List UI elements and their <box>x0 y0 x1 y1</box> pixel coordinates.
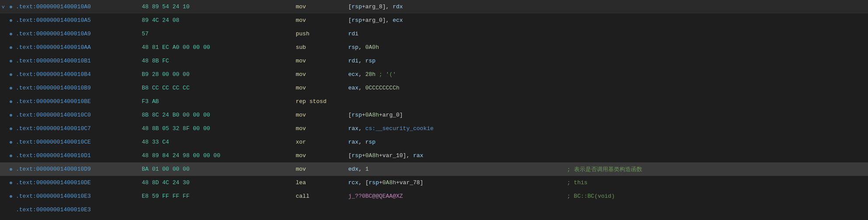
disasm-row[interactable]: .text:00000001400010E3E8 59 FF FF FFcall… <box>0 189 868 203</box>
dot-mark <box>10 166 15 172</box>
dot-mark <box>10 98 15 105</box>
dot-mark <box>10 3 15 10</box>
disasm-row[interactable]: .text:00000001400010E3 <box>0 203 868 217</box>
instruction-bytes: 48 8B FC <box>138 58 287 64</box>
dot-mark <box>10 125 15 132</box>
dot-mark <box>10 85 15 91</box>
instruction-address: .text:00000001400010B1 <box>16 58 138 64</box>
instruction-operands: rdi <box>340 31 558 37</box>
instruction-mnemonic: mov <box>287 71 340 78</box>
instruction-mnemonic: push <box>287 31 340 37</box>
instruction-operands: j_??0BC@@QEAA@XZ <box>340 193 558 199</box>
instruction-operands: eax, 0CCCCCCCCh <box>340 85 558 91</box>
dot-mark <box>10 179 15 186</box>
instruction-operands: rax, rsp <box>340 139 558 145</box>
instruction-mnemonic: call <box>287 193 340 199</box>
disasm-row[interactable]: .text:00000001400010E8C7 84 24 00 00 00 … <box>0 217 868 220</box>
disasm-row[interactable]: .text:00000001400010D9BA 01 00 00 00move… <box>0 162 868 176</box>
instruction-address: .text:00000001400010DE <box>16 179 138 186</box>
instruction-bytes: 48 89 54 24 10 <box>138 3 287 10</box>
instruction-operands: rcx, [rsp+0A8h+var_78] <box>340 179 558 186</box>
instruction-address: .text:00000001400010CE <box>16 139 138 145</box>
instruction-mnemonic: mov <box>287 166 340 172</box>
instruction-mnemonic: mov <box>287 17 340 24</box>
instruction-operands: edx, 1 <box>340 166 558 172</box>
disasm-row[interactable]: .text:00000001400010BEF3 ABrep stosd <box>0 95 868 108</box>
instruction-mnemonic: mov <box>287 152 340 159</box>
instruction-address: .text:00000001400010E3 <box>16 193 138 199</box>
instruction-bytes: B9 28 00 00 00 <box>138 71 287 78</box>
dot-mark <box>10 44 15 51</box>
instruction-address: .text:00000001400010A5 <box>16 17 138 24</box>
instruction-operands: rsp, 0A0h <box>340 44 558 51</box>
instruction-comment: ; BC::BC(void) <box>558 193 615 199</box>
instruction-mnemonic: lea <box>287 179 340 186</box>
instruction-comment: ; 表示是否调用基类构造函数 <box>558 165 642 173</box>
instruction-operands: ecx, 28h ; '(' <box>340 71 558 78</box>
instruction-bytes: B8 CC CC CC CC <box>138 85 287 91</box>
disasm-row[interactable]: .text:00000001400010DE48 8D 4C 24 30lear… <box>0 176 868 189</box>
instruction-mnemonic: mov <box>287 112 340 118</box>
instruction-bytes: 57 <box>138 31 287 37</box>
dot-mark <box>10 58 15 64</box>
instruction-address: .text:00000001400010A9 <box>16 31 138 37</box>
instruction-bytes: 8B 8C 24 B0 00 00 00 <box>138 112 287 118</box>
instruction-bytes: 48 81 EC A0 00 00 00 <box>138 44 287 51</box>
instruction-address: .text:00000001400010D1 <box>16 152 138 159</box>
disasm-row[interactable]: .text:00000001400010B9B8 CC CC CC CCmove… <box>0 81 868 95</box>
disasm-row[interactable]: v.text:00000001400010A048 89 54 24 10mov… <box>0 0 868 14</box>
disasm-row[interactable]: .text:00000001400010B4B9 28 00 00 00move… <box>0 68 868 81</box>
instruction-bytes: 48 89 84 24 98 00 00 00 <box>138 152 287 159</box>
instruction-mnemonic: mov <box>287 85 340 91</box>
instruction-operands: rdi, rsp <box>340 58 558 64</box>
instruction-mnemonic: sub <box>287 44 340 51</box>
dot-mark <box>10 71 15 78</box>
disasm-row[interactable]: .text:00000001400010D148 89 84 24 98 00 … <box>0 149 868 162</box>
instruction-bytes: BA 01 00 00 00 <box>138 166 287 172</box>
instruction-operands: [rsp+0A8h+arg_0] <box>340 112 558 118</box>
dot-mark <box>10 139 15 145</box>
instruction-bytes: 89 4C 24 08 <box>138 17 287 24</box>
instruction-mnemonic: mov <box>287 125 340 132</box>
instruction-address: .text:00000001400010B9 <box>16 85 138 91</box>
disasm-row[interactable]: .text:00000001400010C748 8B 05 32 8F 00 … <box>0 122 868 135</box>
instruction-bytes: 48 8B 05 32 8F 00 00 <box>138 125 287 132</box>
instruction-address: .text:00000001400010D9 <box>16 166 138 172</box>
instruction-bytes: 48 33 C4 <box>138 139 287 145</box>
instruction-bytes: F3 AB <box>138 98 287 105</box>
instruction-mnemonic: mov <box>287 3 340 10</box>
instruction-address: .text:00000001400010B4 <box>16 71 138 78</box>
disassembly-view: v.text:00000001400010A048 89 54 24 10mov… <box>0 0 868 220</box>
disasm-row[interactable]: .text:00000001400010B148 8B FCmovrdi, rs… <box>0 54 868 68</box>
dot-mark <box>10 31 15 37</box>
instruction-mnemonic: xor <box>287 139 340 145</box>
instruction-mnemonic: rep stosd <box>287 98 340 105</box>
instruction-address: .text:00000001400010AA <box>16 44 138 51</box>
instruction-operands: [rsp+arg_8], rdx <box>340 3 558 10</box>
disasm-row[interactable]: .text:00000001400010A589 4C 24 08mov[rsp… <box>0 14 868 27</box>
dot-mark <box>10 152 15 159</box>
dot-mark <box>10 193 15 199</box>
instruction-operands: rax, cs:__security_cookie <box>340 125 558 132</box>
disasm-row[interactable]: .text:00000001400010A957pushrdi <box>0 27 868 41</box>
instruction-operands: [rsp+arg_0], ecx <box>340 17 558 24</box>
instruction-address: .text:00000001400010C0 <box>16 112 138 118</box>
instruction-bytes: 48 8D 4C 24 30 <box>138 179 287 186</box>
fold-arrow: v <box>2 4 10 10</box>
instruction-bytes: E8 59 FF FF FF <box>138 193 287 199</box>
dot-mark <box>10 17 15 24</box>
instruction-address: .text:00000001400010BE <box>16 98 138 105</box>
dot-mark <box>10 112 15 118</box>
instruction-address: .text:00000001400010A0 <box>16 3 138 10</box>
instruction-operands: [rsp+0A8h+var_10], rax <box>340 152 558 159</box>
instruction-comment: ; this <box>558 179 588 186</box>
instruction-mnemonic: mov <box>287 58 340 64</box>
instruction-address: .text:00000001400010C7 <box>16 125 138 132</box>
disasm-row[interactable]: .text:00000001400010C08B 8C 24 B0 00 00 … <box>0 108 868 122</box>
disasm-row[interactable]: .text:00000001400010AA48 81 EC A0 00 00 … <box>0 41 868 54</box>
disasm-row[interactable]: .text:00000001400010CE48 33 C4xorrax, rs… <box>0 135 868 149</box>
instruction-address: .text:00000001400010E3 <box>16 206 138 213</box>
